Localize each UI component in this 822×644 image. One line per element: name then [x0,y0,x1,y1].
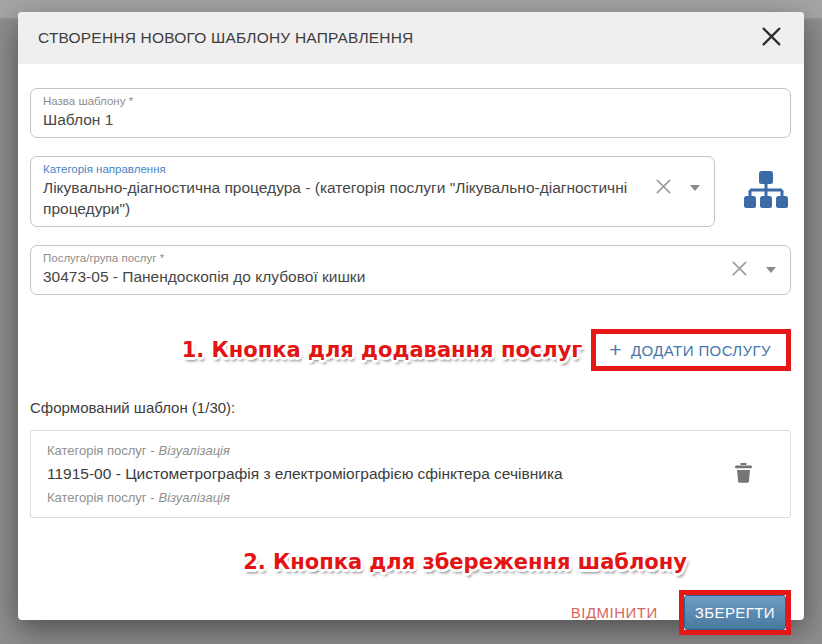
service-clear-button[interactable] [730,259,749,281]
category-value: Лікувально-діагностична процедура - (кат… [43,177,628,219]
annotation-highlight-box: ЗБЕРЕГТИ [679,590,791,635]
service-value: 30473-05 - Панендоскопія до клубової киш… [43,266,704,287]
item-category-value: Візуалізація [159,443,230,458]
cancel-button[interactable]: ВІДМІНИТИ [571,604,658,621]
service-select[interactable]: Послуга/група послуг * 30473-05 - Паненд… [30,245,791,295]
footer-actions: ВІДМІНИТИ ЗБЕРЕГТИ [30,590,791,635]
modal-title: СТВОРЕННЯ НОВОГО ШАБЛОНУ НАПРАВЛЕННЯ [38,29,414,47]
formed-template-heading: Сформований шаблон (1/30): [30,399,791,416]
item-category-line-bottom: Категорія послуг -Візуалізація [47,490,723,505]
add-service-button[interactable]: + ДОДАТИ ПОСЛУГУ [596,334,786,366]
item-category-line-top: Категорія послуг -Візуалізація [47,443,723,458]
save-annotation-row: 2. Кнопка для збереження шаблону [30,550,791,574]
service-row: Послуга/група послуг * 30473-05 - Паненд… [30,245,791,295]
category-select[interactable]: Категорія направлення Лікувально-діагнос… [30,156,715,227]
chevron-down-icon[interactable] [690,185,700,191]
service-label: Послуга/група послуг * [43,251,704,265]
category-tree-button[interactable] [744,171,788,212]
clear-icon [654,177,673,199]
screen: СТВОРЕННЯ НОВОГО ШАБЛОНУ НАПРАВЛЕННЯ Наз… [0,0,822,644]
category-row: Категорія направлення Лікувально-діагнос… [30,156,791,227]
clear-icon [730,259,749,281]
modal-body: Назва шаблону * Категорія направлення Лі… [18,64,804,635]
sitemap-icon [744,171,788,212]
item-service-name: 11915-00 - Цистометрографія з електроміо… [47,465,723,483]
plus-icon: + [609,341,622,359]
category-clear-button[interactable] [654,177,673,199]
category-label: Категорія направлення [43,162,628,176]
template-item-text: Категорія послуг -Візуалізація 11915-00 … [47,443,723,505]
close-icon [761,26,782,50]
template-name-input[interactable] [43,109,778,130]
chevron-down-icon[interactable] [766,267,776,273]
template-name-field[interactable]: Назва шаблону * [30,88,791,138]
item-category-prefix: Категорія послуг - [47,490,155,505]
annotation-step-2: 2. Кнопка для збереження шаблону [243,550,687,574]
save-button[interactable]: ЗБЕРЕГТИ [684,595,786,630]
category-field-icons [654,177,700,199]
template-name-label: Назва шаблону * [43,94,778,108]
trash-icon [735,471,752,486]
delete-item-button[interactable] [735,463,752,486]
add-service-row: 1. Кнопка для додавання послуг + ДОДАТИ … [30,329,791,371]
annotation-step-1: 1. Кнопка для додавання послуг [182,338,583,362]
item-category-prefix: Категорія послуг - [47,443,155,458]
annotation-highlight-box: + ДОДАТИ ПОСЛУГУ [591,329,791,371]
close-button[interactable] [756,23,786,53]
service-field-icons [730,259,776,281]
modal-header: СТВОРЕННЯ НОВОГО ШАБЛОНУ НАПРАВЛЕННЯ [18,12,804,64]
template-name-row: Назва шаблону * [30,88,791,138]
template-item-card: Категорія послуг -Візуалізація 11915-00 … [30,430,791,518]
item-category-value: Візуалізація [159,490,230,505]
create-referral-template-modal: СТВОРЕННЯ НОВОГО ШАБЛОНУ НАПРАВЛЕННЯ Наз… [18,12,804,620]
add-service-button-label: ДОДАТИ ПОСЛУГУ [631,342,771,359]
